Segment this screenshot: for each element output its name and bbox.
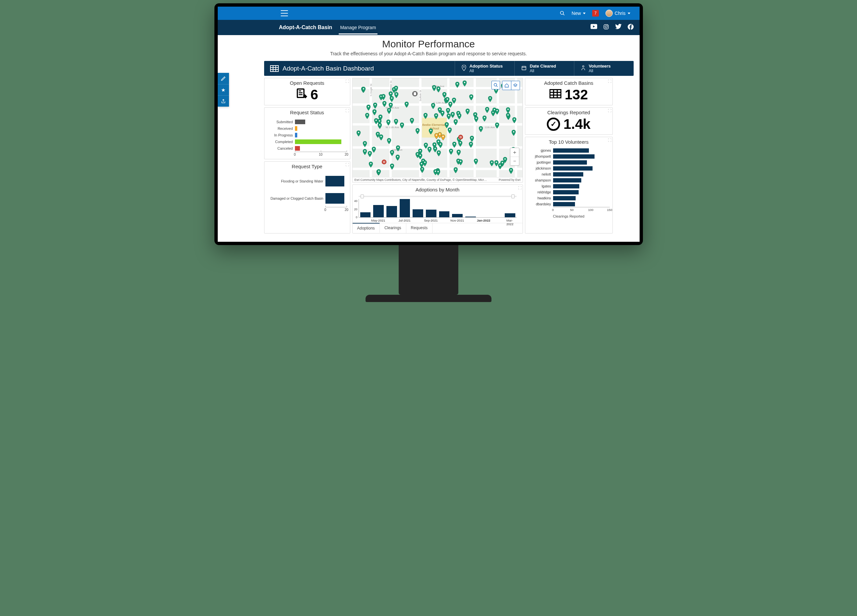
svg-rect-20 — [299, 90, 301, 91]
grid-icon — [270, 65, 279, 72]
slider-handle-left[interactable] — [360, 195, 364, 198]
map-search-icon[interactable] — [492, 81, 500, 90]
map[interactable]: Beebe Elementary School N Eagle St N Web… — [352, 78, 523, 182]
edit-icon[interactable] — [218, 73, 229, 84]
svg-point-170 — [442, 136, 444, 137]
svg-point-55 — [491, 162, 492, 163]
map-layers-icon[interactable] — [511, 81, 520, 90]
filter-date-cleared[interactable]: Date Cleared All — [514, 61, 574, 76]
map-home-icon[interactable] — [503, 81, 511, 90]
svg-rect-177 — [414, 92, 416, 95]
svg-point-59 — [377, 133, 379, 135]
svg-rect-8 — [271, 66, 278, 71]
svg-point-153 — [510, 169, 512, 171]
expand-icon[interactable]: ⛶ — [345, 109, 349, 113]
hamburger-menu-icon[interactable] — [281, 10, 288, 16]
svg-point-112 — [457, 83, 458, 85]
star-icon[interactable]: ★ — [218, 84, 229, 96]
request-status-chart: SubmittedReceivedIn ProgressCompletedCan… — [265, 116, 350, 159]
slider-handle-right[interactable] — [511, 195, 515, 198]
svg-point-136 — [480, 128, 481, 129]
svg-point-93 — [417, 130, 418, 131]
expand-icon[interactable]: ⛶ — [345, 79, 349, 83]
svg-point-51 — [380, 116, 381, 117]
search-icon[interactable] — [560, 11, 565, 16]
request-icon — [296, 88, 307, 102]
svg-rect-14 — [522, 66, 526, 70]
svg-point-6 — [607, 25, 608, 26]
svg-point-54 — [411, 119, 413, 120]
svg-point-149 — [507, 114, 509, 116]
expand-icon[interactable]: ⛶ — [518, 186, 521, 190]
svg-line-1 — [563, 14, 565, 15]
clearings-reported-card: ⛶ Clearings Reported 1.4k — [525, 107, 613, 135]
app-brand[interactable]: Adopt-A-Catch Basin — [279, 25, 333, 31]
svg-point-52 — [374, 104, 376, 105]
filter-adoption-status[interactable]: Adoption Status All — [455, 61, 514, 76]
calendar-icon — [521, 65, 527, 72]
expand-icon[interactable]: ⛶ — [345, 163, 349, 167]
grid-icon — [549, 89, 562, 101]
map-attribution: Esri Community Maps Contributors, City o… — [353, 178, 523, 182]
svg-point-156 — [425, 114, 426, 116]
volunteers-chart: gjonesjthompsettjpottingerjdickinsonneli… — [525, 145, 613, 214]
tab-adoptions[interactable]: Adoptions — [353, 223, 380, 233]
screen-bezel: New 7 Chris Adopt-A-Catch Basin Manage P… — [214, 3, 643, 245]
dashboard-header: Adopt-A-Catch Basin Dashboard Adoption S… — [264, 61, 634, 76]
zoom-out-button[interactable]: － — [510, 157, 519, 165]
svg-point-103 — [447, 109, 449, 111]
social-links — [591, 24, 634, 31]
svg-point-108 — [390, 93, 391, 94]
svg-point-18 — [582, 66, 584, 67]
zoom-in-button[interactable]: ＋ — [510, 148, 519, 157]
svg-point-109 — [358, 132, 359, 133]
filter-volunteers[interactable]: Volunteers All — [574, 61, 634, 76]
dashboard-title: Adopt-A-Catch Basin Dashboard — [264, 61, 455, 76]
svg-point-85 — [388, 121, 389, 122]
svg-point-143 — [376, 120, 377, 121]
svg-point-173 — [383, 161, 385, 163]
youtube-icon[interactable] — [591, 24, 597, 31]
svg-point-151 — [401, 124, 403, 125]
twitter-icon[interactable] — [615, 24, 622, 31]
notification-badge[interactable]: 7 — [592, 10, 599, 17]
side-ribbon: ★ — [218, 73, 229, 107]
svg-point-72 — [471, 137, 473, 139]
svg-point-5 — [605, 26, 607, 28]
adopted-basins-card: ⛶ Adopted Catch Basins 132 — [525, 78, 613, 105]
svg-point-115 — [422, 168, 423, 170]
share-icon[interactable] — [218, 96, 229, 107]
expand-icon[interactable]: ⛶ — [608, 138, 611, 142]
avatar — [605, 9, 613, 17]
open-requests-card: ⛶ Open Requests 6 — [264, 78, 350, 105]
time-slider[interactable] — [359, 195, 517, 198]
svg-text:W 11th Ave: W 11th Ave — [385, 126, 399, 129]
facebook-icon[interactable] — [628, 24, 634, 31]
tab-clearings[interactable]: Clearings — [380, 223, 406, 233]
svg-point-61 — [433, 104, 434, 106]
expand-icon[interactable]: ⛶ — [608, 79, 611, 83]
svg-point-78 — [390, 104, 391, 105]
svg-point-99 — [367, 114, 368, 116]
svg-point-150 — [470, 96, 472, 97]
instagram-icon[interactable] — [603, 24, 609, 31]
svg-point-139 — [476, 117, 477, 119]
new-dropdown[interactable]: New — [572, 11, 586, 16]
nav-manage-program[interactable]: Manage Program — [339, 21, 376, 34]
svg-point-123 — [454, 143, 455, 144]
svg-point-104 — [438, 88, 439, 89]
svg-point-98 — [368, 106, 369, 108]
tab-requests[interactable]: Requests — [406, 223, 433, 233]
svg-point-167 — [397, 156, 398, 157]
svg-point-175 — [459, 136, 462, 139]
expand-icon[interactable]: ⛶ — [608, 109, 611, 113]
svg-rect-180 — [550, 90, 561, 98]
user-menu[interactable]: Chris — [605, 9, 630, 17]
svg-point-161 — [458, 151, 459, 152]
svg-point-124 — [438, 171, 439, 172]
svg-point-132 — [464, 82, 465, 83]
svg-point-100 — [388, 109, 390, 111]
svg-point-155 — [369, 152, 371, 154]
svg-rect-21 — [299, 92, 302, 93]
svg-point-146 — [364, 142, 365, 144]
